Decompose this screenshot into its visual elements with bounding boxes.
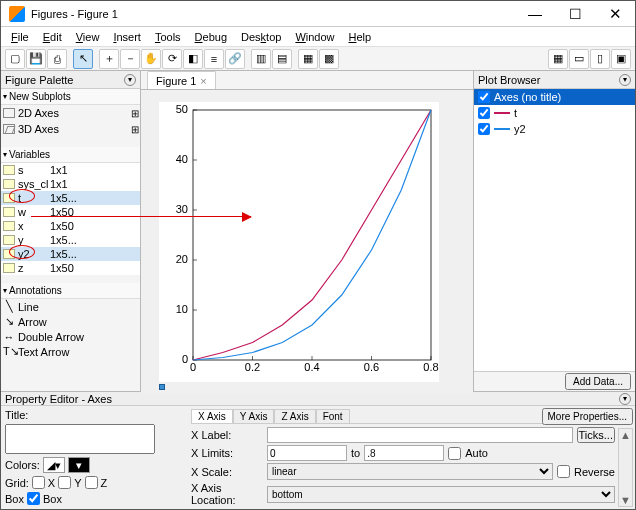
- menu-view[interactable]: View: [70, 30, 106, 44]
- xlim-lo-input[interactable]: [267, 445, 347, 461]
- annotations-header[interactable]: Annotations: [1, 283, 140, 299]
- new-figure-button[interactable]: ▢: [5, 49, 25, 69]
- figure-tab[interactable]: Figure 1 ×: [147, 71, 216, 89]
- var-row-t[interactable]: t1x5...: [1, 191, 140, 205]
- xlabel-input[interactable]: [267, 427, 573, 443]
- menu-insert[interactable]: Insert: [107, 30, 147, 44]
- save-button[interactable]: 💾: [26, 49, 46, 69]
- brush-button[interactable]: ≡: [204, 49, 224, 69]
- property-editor: Property Editor - Axes ▾ Title: Colors: …: [1, 391, 635, 509]
- pb-series-row[interactable]: t: [474, 105, 635, 121]
- print-button[interactable]: ⎙: [47, 49, 67, 69]
- zoom-in-button[interactable]: ＋: [99, 49, 119, 69]
- grid-z-check[interactable]: [85, 476, 98, 489]
- rotate3d-button[interactable]: ⟳: [162, 49, 182, 69]
- plot-area[interactable]: 00.20.40.60.801020304050: [141, 90, 473, 394]
- fgcolor-button[interactable]: ▾: [68, 457, 90, 473]
- figure-tab-label: Figure 1: [156, 75, 196, 87]
- zoom-out-button[interactable]: －: [120, 49, 140, 69]
- dock-h-button[interactable]: ▭: [569, 49, 589, 69]
- var-row-y2[interactable]: y21x5...: [1, 247, 140, 261]
- title-input[interactable]: [5, 424, 155, 454]
- pb-series-row[interactable]: y2: [474, 121, 635, 137]
- title-label: Title:: [5, 409, 28, 421]
- palette-button[interactable]: ▦: [298, 49, 318, 69]
- svg-text:20: 20: [176, 253, 188, 265]
- xlim-hi-input[interactable]: [364, 445, 444, 461]
- pb-axes-row[interactable]: Axes (no title): [474, 89, 635, 105]
- var-row[interactable]: s1x1: [1, 163, 140, 177]
- legend-button[interactable]: ▤: [272, 49, 292, 69]
- axes-3d-item[interactable]: 3D Axes ⊞: [1, 121, 140, 137]
- window-title: Figures - Figure 1: [31, 8, 515, 20]
- variables-header[interactable]: Variables: [1, 147, 140, 163]
- dock-grid-button[interactable]: ▦: [548, 49, 568, 69]
- tab-yaxis[interactable]: Y Axis: [233, 409, 275, 423]
- link-button[interactable]: 🔗: [225, 49, 245, 69]
- svg-rect-0: [193, 110, 431, 360]
- xscale-label: X Scale:: [191, 466, 263, 478]
- pointer-button[interactable]: ↖: [73, 49, 93, 69]
- xscale-select[interactable]: linear: [267, 463, 553, 480]
- colorbar-button[interactable]: ▥: [251, 49, 271, 69]
- xlimits-label: X Limits:: [191, 447, 263, 459]
- pb-axes-check[interactable]: [478, 91, 490, 103]
- menu-help[interactable]: Help: [343, 30, 378, 44]
- datacursor-button[interactable]: ◧: [183, 49, 203, 69]
- tab-font[interactable]: Font: [316, 409, 350, 423]
- menu-debug[interactable]: Debug: [189, 30, 233, 44]
- pan-button[interactable]: ✋: [141, 49, 161, 69]
- menu-tools[interactable]: Tools: [149, 30, 187, 44]
- close-button[interactable]: ✕: [595, 1, 635, 27]
- auto-check[interactable]: [448, 447, 461, 460]
- menu-edit[interactable]: Edit: [37, 30, 68, 44]
- box-check[interactable]: [27, 492, 40, 505]
- ticks-button[interactable]: Ticks...: [577, 427, 615, 443]
- new-subplots-header[interactable]: New Subplots: [1, 89, 140, 105]
- ann-text-arrow[interactable]: T↘Text Arrow: [1, 344, 140, 359]
- menubar: File Edit View Insert Tools Debug Deskto…: [1, 27, 635, 47]
- ann-line[interactable]: ╲Line: [1, 299, 140, 314]
- pb-series-check[interactable]: [478, 107, 490, 119]
- dock-v-button[interactable]: ▯: [590, 49, 610, 69]
- var-row[interactable]: z1x50: [1, 261, 140, 275]
- grid-icon: ⊞: [131, 124, 138, 135]
- tab-zaxis[interactable]: Z Axis: [274, 409, 315, 423]
- browser-button[interactable]: ▩: [319, 49, 339, 69]
- grid-x-check[interactable]: [32, 476, 45, 489]
- reverse-check[interactable]: [557, 465, 570, 478]
- panel-menu-icon[interactable]: ▾: [619, 393, 631, 405]
- var-row[interactable]: y1x5...: [1, 233, 140, 247]
- tab-xaxis[interactable]: X Axis: [191, 409, 233, 423]
- xaxloc-select[interactable]: bottom: [267, 486, 615, 503]
- menu-desktop[interactable]: Desktop: [235, 30, 287, 44]
- bgcolor-button[interactable]: ◢▾: [43, 457, 65, 473]
- ann-double-arrow[interactable]: ↔Double Arrow: [1, 329, 140, 344]
- menu-file[interactable]: File: [5, 30, 35, 44]
- var-row[interactable]: x1x50: [1, 219, 140, 233]
- add-data-button[interactable]: Add Data...: [565, 373, 631, 390]
- annotations-list: ╲Line ↘Arrow ↔Double Arrow T↘Text Arrow: [1, 299, 140, 359]
- more-properties-button[interactable]: More Properties...: [542, 408, 633, 425]
- prop-scrollbar[interactable]: ▲▼: [618, 428, 633, 507]
- minimize-button[interactable]: —: [515, 1, 555, 27]
- panel-menu-icon[interactable]: ▾: [619, 74, 631, 86]
- axes[interactable]: 00.20.40.60.801020304050: [159, 102, 439, 382]
- pb-series-check[interactable]: [478, 123, 490, 135]
- svg-text:0: 0: [190, 361, 196, 373]
- svg-text:30: 30: [176, 203, 188, 215]
- plot-browser-header: Plot Browser ▾: [474, 71, 635, 89]
- panel-menu-icon[interactable]: ▾: [124, 74, 136, 86]
- ann-arrow[interactable]: ↘Arrow: [1, 314, 140, 329]
- var-row[interactable]: sys_cl1x1: [1, 177, 140, 191]
- dock-tab-button[interactable]: ▣: [611, 49, 631, 69]
- svg-text:10: 10: [176, 303, 188, 315]
- selection-handle[interactable]: [159, 384, 165, 390]
- property-editor-title: Property Editor - Axes: [5, 393, 112, 405]
- axes-2d-item[interactable]: 2D Axes ⊞: [1, 105, 140, 121]
- close-tab-icon[interactable]: ×: [200, 75, 206, 87]
- menu-window[interactable]: Window: [289, 30, 340, 44]
- figure-area: Figure 1 × 00.20.40.60.801020304050: [141, 71, 473, 391]
- grid-y-check[interactable]: [58, 476, 71, 489]
- maximize-button[interactable]: ☐: [555, 1, 595, 27]
